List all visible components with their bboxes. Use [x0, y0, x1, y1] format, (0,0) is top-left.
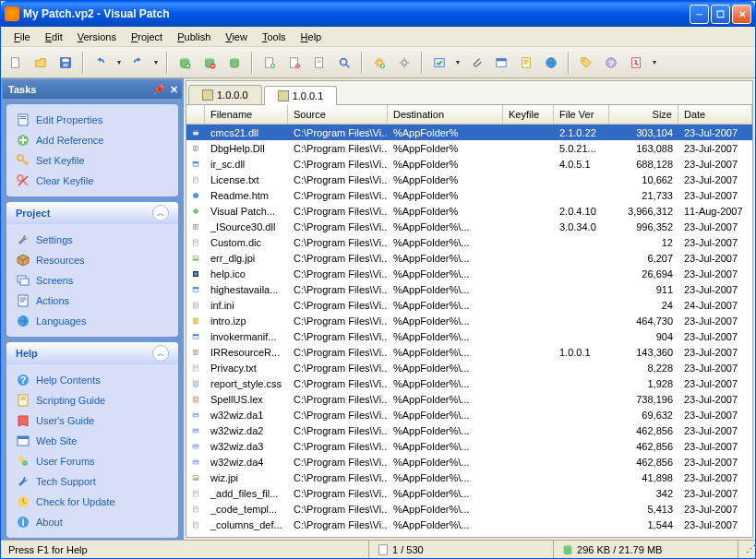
- link-check-for-update[interactable]: Check for Update: [16, 492, 169, 512]
- menu-file[interactable]: File: [6, 30, 38, 44]
- table-row[interactable]: w32wiz.da3C:\Program Files\Vi...%AppFold…: [186, 438, 752, 454]
- check-button[interactable]: [428, 52, 450, 74]
- minimize-button[interactable]: ─: [690, 5, 709, 24]
- save-button[interactable]: [54, 52, 77, 74]
- table-row[interactable]: _code_templ...C:\Program Files\Vi...%App…: [186, 501, 752, 517]
- new-button[interactable]: [5, 52, 27, 74]
- script-button[interactable]: [515, 52, 537, 74]
- col-header[interactable]: File Ver: [554, 105, 609, 124]
- col-header[interactable]: Date: [678, 105, 752, 124]
- link-languages[interactable]: Languages: [16, 311, 169, 331]
- menu-tools[interactable]: Tools: [255, 30, 294, 44]
- link-web-site[interactable]: Web Site: [16, 431, 169, 451]
- col-header[interactable]: [186, 105, 205, 124]
- link-clear-keyfile[interactable]: Clear Keyfile: [16, 171, 169, 191]
- undo-dropdown[interactable]: ▼: [114, 52, 124, 74]
- menu-project[interactable]: Project: [124, 30, 170, 44]
- project-panel-header[interactable]: Project︿: [6, 202, 178, 224]
- window-button[interactable]: [490, 52, 512, 74]
- table-row[interactable]: highestavaila...C:\Program Files\Vi...%A…: [186, 281, 752, 297]
- tasks-close-icon[interactable]: ✕: [167, 83, 180, 96]
- undo-button[interactable]: [90, 52, 112, 74]
- link-add-reference[interactable]: Add Reference: [16, 130, 169, 150]
- doc-props-button[interactable]: [308, 52, 330, 74]
- table-row[interactable]: inf.iniC:\Program Files\Vi...%AppFolder%…: [186, 297, 752, 313]
- help-button[interactable]: ?: [600, 52, 622, 74]
- table-row[interactable]: _ISource30.dllC:\Program Files\Vi...%App…: [186, 219, 752, 234]
- table-row[interactable]: w32wiz.da2C:\Program Files\Vi...%AppFold…: [186, 422, 752, 438]
- grid-header[interactable]: FilenameSourceDestinationKeyfileFile Ver…: [186, 105, 752, 125]
- table-row[interactable]: ir_sc.dllC:\Program Files\Vi...%AppFolde…: [186, 156, 752, 172]
- col-header[interactable]: Source: [288, 105, 388, 124]
- table-row[interactable]: _columns_def...C:\Program Files\Vi...%Ap…: [186, 517, 752, 532]
- table-row[interactable]: IRResourceR...C:\Program Files\Vi...%App…: [186, 344, 752, 360]
- close-button[interactable]: ✕: [732, 5, 751, 24]
- table-row[interactable]: err_dlg.jpiC:\Program Files\Vi...%AppFol…: [186, 250, 752, 266]
- link-set-keyfile[interactable]: Set Keyfile: [16, 150, 169, 171]
- link-screens[interactable]: Screens: [16, 270, 169, 291]
- col-header[interactable]: Destination: [388, 105, 503, 124]
- gear-button[interactable]: [368, 52, 390, 74]
- link-user-s-guide[interactable]: User's Guide: [16, 410, 169, 431]
- search-button[interactable]: [333, 52, 355, 74]
- col-header[interactable]: Size: [609, 105, 678, 124]
- table-row[interactable]: Visual Patch...C:\Program Files\Vi...%Ap…: [186, 203, 752, 219]
- link-settings[interactable]: Settings: [16, 230, 169, 250]
- table-row[interactable]: wiz.jpiC:\Program Files\Vi...%AppFolder%…: [186, 470, 752, 485]
- redo-dropdown[interactable]: ▼: [151, 52, 161, 74]
- maximize-button[interactable]: ☐: [711, 5, 730, 24]
- menu-publish[interactable]: Publish: [170, 30, 218, 44]
- menu-help[interactable]: Help: [294, 30, 330, 44]
- open-button[interactable]: [30, 52, 52, 74]
- db3-button[interactable]: [223, 52, 246, 74]
- table-row[interactable]: help.icoC:\Program Files\Vi...%AppFolder…: [186, 266, 752, 281]
- redo-button[interactable]: [126, 52, 149, 74]
- tasks-pin-icon[interactable]: 📌: [152, 83, 165, 96]
- check-dropdown[interactable]: ▼: [453, 52, 462, 74]
- doc-del-button[interactable]: [283, 52, 306, 74]
- table-row[interactable]: Custom.dicC:\Program Files\Vi...%AppFold…: [186, 234, 752, 250]
- titlebar[interactable]: My Patch.vp2 - Visual Patch ─ ☐ ✕: [1, 1, 755, 27]
- link-scripting-guide[interactable]: Scripting Guide: [16, 390, 169, 410]
- table-row[interactable]: {}report_style.cssC:\Program Files\Vi...…: [186, 375, 752, 391]
- gear2-button[interactable]: [393, 52, 415, 74]
- link-edit-properties[interactable]: Edit Properties: [16, 110, 169, 130]
- col-header[interactable]: Filename: [205, 105, 288, 124]
- menu-edit[interactable]: Edit: [38, 30, 70, 44]
- globe-button[interactable]: [540, 52, 562, 74]
- file-icon: [192, 205, 199, 218]
- link-tech-support[interactable]: Tech Support: [16, 471, 169, 492]
- link-actions[interactable]: Actions: [16, 291, 169, 311]
- link-help-contents[interactable]: ?Help Contents: [16, 370, 169, 390]
- table-row[interactable]: cmcs21.dllC:\Program Files\Vi...%AppFold…: [186, 125, 752, 140]
- link-resources[interactable]: Resources: [16, 250, 169, 270]
- table-row[interactable]: Privacy.txtC:\Program Files\Vi...%AppFol…: [186, 360, 752, 375]
- tab-1-0-0-1[interactable]: 1.0.0.1: [264, 86, 338, 105]
- table-row[interactable]: invokermanif...C:\Program Files\Vi...%Ap…: [186, 328, 752, 344]
- db2-button[interactable]: [198, 52, 221, 74]
- table-row[interactable]: Readme.htmC:\Program Files\Vi...%AppFold…: [186, 187, 752, 203]
- link-user-forums[interactable]: User Forums: [16, 451, 169, 471]
- table-row[interactable]: SpellUS.lexC:\Program Files\Vi...%AppFol…: [186, 391, 752, 407]
- table-row[interactable]: License.txtC:\Program Files\Vi...%AppFol…: [186, 172, 752, 187]
- table-row[interactable]: intro.izpC:\Program Files\Vi...%AppFolde…: [186, 313, 752, 328]
- table-row[interactable]: w32wiz.da4C:\Program Files\Vi...%AppFold…: [186, 454, 752, 470]
- link-about[interactable]: iAbout: [16, 512, 169, 532]
- db1-button[interactable]: [174, 52, 196, 74]
- clip-button[interactable]: [465, 52, 487, 74]
- help-panel-header[interactable]: Help︿: [6, 342, 178, 364]
- file-grid[interactable]: FilenameSourceDestinationKeyfileFile Ver…: [186, 105, 752, 537]
- table-row[interactable]: w32wiz.da1C:\Program Files\Vi...%AppFold…: [186, 407, 752, 422]
- menu-versions[interactable]: Versions: [70, 30, 124, 44]
- resize-grip[interactable]: ⋰: [738, 541, 755, 558]
- menu-view[interactable]: View: [218, 30, 255, 44]
- col-header[interactable]: Keyfile: [503, 105, 554, 124]
- pdf-button[interactable]: [625, 52, 647, 74]
- tag-button[interactable]: [575, 52, 597, 74]
- table-row[interactable]: DbgHelp.DllC:\Program Files\Vi...%AppFol…: [186, 140, 752, 156]
- doc-add-button[interactable]: [258, 52, 281, 74]
- tab-1-0-0-0[interactable]: 1.0.0.0: [188, 85, 262, 104]
- svg-text:?: ?: [20, 375, 27, 386]
- table-row[interactable]: _add_files_fil...C:\Program Files\Vi...%…: [186, 485, 752, 501]
- pdf-dropdown[interactable]: ▼: [650, 52, 659, 74]
